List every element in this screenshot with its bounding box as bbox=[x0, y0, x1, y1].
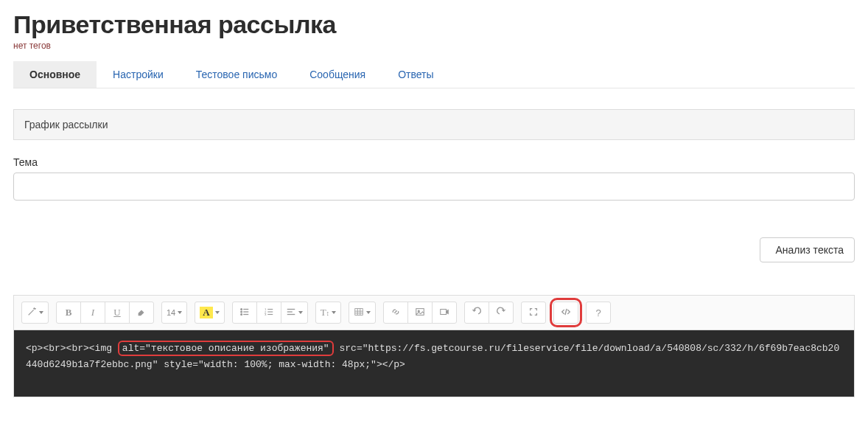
tabs: Основное Настройки Тестовое письмо Сообщ… bbox=[13, 61, 855, 88]
fullscreen-button[interactable] bbox=[521, 302, 546, 324]
code-icon bbox=[561, 307, 571, 319]
chevron-down-icon bbox=[178, 311, 182, 314]
video-icon bbox=[439, 307, 449, 319]
list-ol-icon: 123 bbox=[264, 307, 274, 319]
chevron-down-icon bbox=[215, 311, 220, 314]
redo-button[interactable] bbox=[489, 302, 514, 324]
code-view-button[interactable] bbox=[553, 302, 578, 324]
list-ul-icon bbox=[239, 307, 250, 319]
svg-point-6 bbox=[240, 311, 242, 313]
image-button[interactable] bbox=[407, 302, 433, 324]
table-icon bbox=[354, 307, 364, 319]
text-height-icon: T↕ bbox=[321, 307, 329, 318]
svg-rect-26 bbox=[441, 309, 447, 314]
no-tags-label: нет тегов bbox=[13, 41, 855, 51]
tab-test-mail[interactable]: Тестовое письмо bbox=[180, 61, 293, 88]
unordered-list-button[interactable] bbox=[232, 302, 257, 324]
image-icon bbox=[415, 307, 425, 319]
subject-input[interactable] bbox=[13, 173, 855, 201]
svg-text:3: 3 bbox=[265, 313, 267, 316]
chevron-down-icon bbox=[298, 311, 303, 314]
code-highlight: alt="текстовое описание изображения" bbox=[118, 341, 334, 356]
page-title: Приветственная рассылка bbox=[13, 10, 855, 39]
code-pre: <p><br><br><img bbox=[26, 343, 118, 354]
tab-messages[interactable]: Сообщения bbox=[293, 61, 382, 88]
line-height-button[interactable]: T↕ bbox=[315, 302, 341, 324]
ordered-list-button[interactable]: 123 bbox=[256, 302, 281, 324]
video-button[interactable] bbox=[432, 302, 457, 324]
font-size-label: 14 bbox=[167, 308, 175, 317]
tab-settings[interactable]: Настройки bbox=[97, 61, 180, 88]
bold-button[interactable]: B bbox=[56, 302, 81, 324]
font-color-icon: A bbox=[200, 307, 212, 318]
chevron-down-icon bbox=[39, 311, 43, 314]
chevron-down-icon bbox=[366, 311, 371, 314]
chevron-down-icon bbox=[332, 311, 336, 314]
editor-toolbar: B I U 14 A bbox=[14, 296, 854, 330]
svg-point-25 bbox=[418, 310, 419, 312]
schedule-panel[interactable]: График рассылки bbox=[13, 109, 855, 140]
subject-label: Тема bbox=[13, 156, 855, 168]
analyze-text-label: Анализ текста bbox=[775, 244, 844, 256]
paragraph-button[interactable] bbox=[281, 302, 308, 324]
font-size-button[interactable]: 14 bbox=[161, 302, 187, 324]
underline-button[interactable]: U bbox=[105, 302, 130, 324]
svg-line-3 bbox=[29, 310, 34, 315]
align-left-icon bbox=[286, 307, 296, 319]
tab-replies[interactable]: Ответы bbox=[382, 61, 449, 88]
link-button[interactable] bbox=[383, 302, 408, 324]
tab-main[interactable]: Основное bbox=[13, 61, 97, 88]
font-color-button[interactable]: A bbox=[195, 302, 224, 324]
analyze-text-button[interactable]: Анализ текста bbox=[760, 237, 855, 262]
link-icon bbox=[391, 307, 401, 319]
magic-button[interactable] bbox=[21, 302, 49, 324]
clear-format-button[interactable] bbox=[129, 302, 154, 324]
code-editor[interactable]: <p><br><br><img alt="текстовое описание … bbox=[14, 330, 854, 397]
editor: B I U 14 A bbox=[13, 295, 855, 397]
fullscreen-icon bbox=[528, 307, 539, 319]
svg-rect-19 bbox=[355, 308, 363, 315]
italic-button[interactable]: I bbox=[80, 302, 105, 324]
undo-icon bbox=[472, 307, 482, 319]
undo-button[interactable] bbox=[464, 302, 489, 324]
schedule-panel-title: График рассылки bbox=[24, 119, 108, 130]
svg-point-4 bbox=[240, 308, 242, 310]
redo-icon bbox=[496, 307, 506, 319]
help-button[interactable]: ? bbox=[586, 302, 611, 324]
magic-wand-icon bbox=[27, 307, 37, 319]
svg-point-8 bbox=[240, 313, 242, 315]
eraser-icon bbox=[136, 307, 147, 319]
table-button[interactable] bbox=[349, 302, 376, 324]
